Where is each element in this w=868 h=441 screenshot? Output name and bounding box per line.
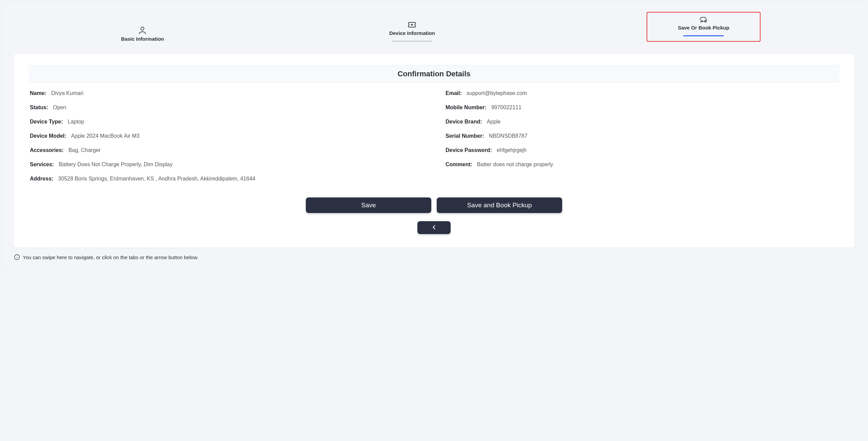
field-services-value: Battery Does Not Charge Properly, Dim Di… xyxy=(59,161,173,168)
field-mobile-label: Mobile Number: xyxy=(446,104,487,111)
svg-point-3 xyxy=(705,21,707,22)
field-device-model-value: Apple 2024 MacBook Air M3 xyxy=(71,133,140,139)
svg-point-1 xyxy=(412,24,413,25)
field-comment: Comment: Batter does not charge properly xyxy=(444,157,840,172)
field-accessories-label: Accessories: xyxy=(30,147,64,153)
field-device-model: Device Model: Apple 2024 MacBook Air M3 xyxy=(28,129,424,143)
details-grid: Name: Divya Kumari Email: support@byteph… xyxy=(28,86,840,186)
section-title: Confirmation Details xyxy=(28,65,840,83)
field-address: Address: 30528 Boris Springs, Erdmanhave… xyxy=(28,172,840,186)
field-device-type-label: Device Type: xyxy=(30,119,63,125)
field-device-brand: Device Brand: Apple xyxy=(444,115,840,129)
page-container: Basic Information Device Information xyxy=(1,1,867,269)
tab-device-information[interactable]: Device Information xyxy=(376,18,449,42)
tab-save-or-book-pickup[interactable]: Save Or Book Pickup xyxy=(647,12,761,42)
field-serial-number: Serial Number: NBDNSDB8787 xyxy=(444,129,840,143)
field-status-label: Status: xyxy=(30,104,48,111)
confirmation-card: Confirmation Details Name: Divya Kumari … xyxy=(13,53,855,248)
field-name-label: Name: xyxy=(30,90,46,96)
tab-save-label: Save Or Book Pickup xyxy=(678,25,729,31)
field-comment-label: Comment: xyxy=(446,161,472,168)
field-name: Name: Divya Kumari xyxy=(28,86,424,100)
field-status: Status: Open xyxy=(28,100,424,115)
tab-basic-information[interactable]: Basic Information xyxy=(107,24,178,42)
save-button[interactable]: Save xyxy=(306,197,431,213)
chevron-left-icon xyxy=(431,224,437,232)
field-mobile: Mobile Number: 9970022111 xyxy=(444,100,840,115)
field-device-password: Device Password: ehfgehjrgejh xyxy=(444,143,840,157)
field-device-password-value: ehfgehjrgejh xyxy=(497,147,527,153)
field-device-password-label: Device Password: xyxy=(446,147,492,153)
save-and-book-pickup-button[interactable]: Save and Book Pickup xyxy=(437,197,562,213)
navigation-hint: You can swipe here to navigate, or click… xyxy=(14,254,860,260)
field-serial-number-label: Serial Number: xyxy=(446,133,484,139)
svg-point-0 xyxy=(141,27,144,30)
tab-strip: Basic Information Device Information xyxy=(8,6,860,52)
back-button[interactable] xyxy=(417,221,451,234)
field-services-label: Services: xyxy=(30,161,54,168)
field-comment-value: Batter does not charge properly xyxy=(477,161,553,168)
tab-device-underline xyxy=(392,41,432,42)
car-icon xyxy=(699,15,708,22)
field-mobile-value: 9970022111 xyxy=(491,104,521,111)
action-buttons: Save Save and Book Pickup xyxy=(28,197,840,213)
field-email-label: Email: xyxy=(446,90,462,96)
tab-basic-label: Basic Information xyxy=(121,36,164,42)
field-accessories-value: Bag, Charger xyxy=(68,147,101,153)
field-services: Services: Battery Does Not Charge Proper… xyxy=(28,157,424,172)
info-icon xyxy=(14,254,20,260)
field-device-brand-value: Apple xyxy=(487,119,501,125)
svg-point-2 xyxy=(701,21,703,22)
field-address-label: Address: xyxy=(30,176,53,182)
person-icon xyxy=(138,26,147,33)
field-address-value: 30528 Boris Springs, Erdmanhaven, KS , A… xyxy=(58,176,255,182)
field-device-type: Device Type: Laptop xyxy=(28,115,424,129)
tab-device-label: Device Information xyxy=(389,30,435,36)
field-accessories: Accessories: Bag, Charger xyxy=(28,143,424,157)
field-status-value: Open xyxy=(53,104,66,111)
ticket-icon xyxy=(407,20,417,27)
field-serial-number-value: NBDNSDB8787 xyxy=(489,133,528,139)
field-device-brand-label: Device Brand: xyxy=(446,119,482,125)
field-device-model-label: Device Model: xyxy=(30,133,66,139)
back-row xyxy=(28,221,840,234)
field-device-type-value: Laptop xyxy=(68,119,84,125)
field-email-value: support@bytephase.com xyxy=(467,90,527,96)
tab-save-underline xyxy=(683,35,724,36)
navigation-hint-text: You can swipe here to navigate, or click… xyxy=(23,254,198,260)
field-email: Email: support@bytephase.com xyxy=(444,86,840,100)
field-name-value: Divya Kumari xyxy=(51,90,83,96)
